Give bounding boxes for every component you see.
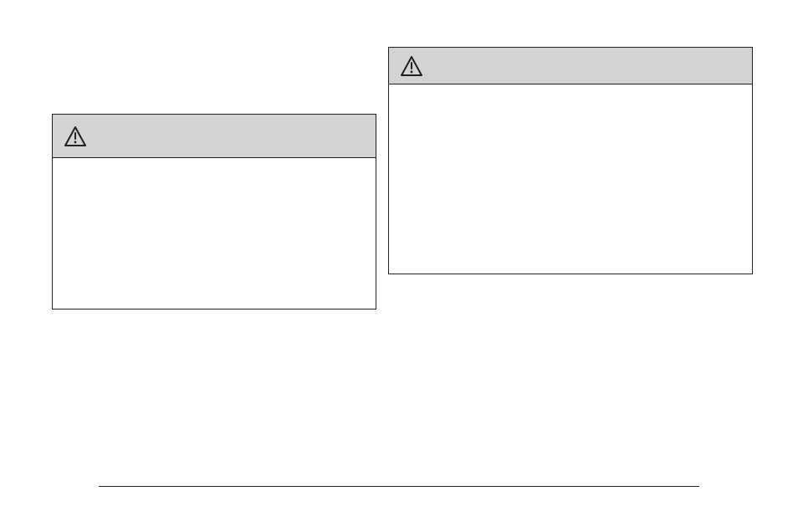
footer-rule xyxy=(99,486,699,487)
caution-box-right xyxy=(388,47,753,274)
caution-box-left xyxy=(52,114,376,309)
svg-point-5 xyxy=(411,70,413,73)
caution-box-left-header xyxy=(53,115,376,158)
warning-icon xyxy=(401,56,422,76)
warning-icon xyxy=(64,126,86,146)
caution-box-right-body xyxy=(389,84,752,275)
svg-point-2 xyxy=(74,141,77,143)
caution-box-right-header xyxy=(389,48,752,84)
caution-box-left-body xyxy=(53,158,376,310)
